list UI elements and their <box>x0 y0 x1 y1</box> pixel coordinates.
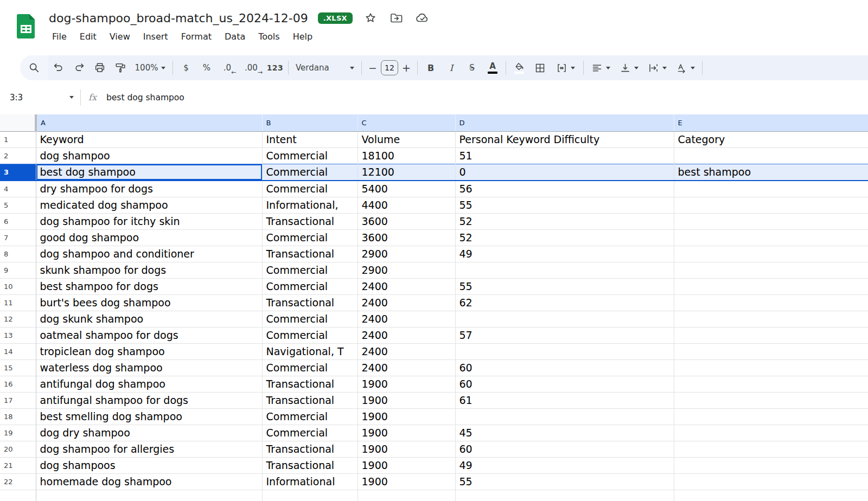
vertical-align-button[interactable] <box>615 58 643 78</box>
cell-E14[interactable] <box>674 344 868 360</box>
cloud-saved-icon[interactable] <box>414 10 431 26</box>
cell-D20[interactable]: 60 <box>455 441 674 458</box>
menu-edit[interactable]: Edit <box>73 30 103 43</box>
cell-B1[interactable]: Intent <box>262 132 358 148</box>
cell-E3[interactable]: best shampoo <box>674 164 868 181</box>
cell-E16[interactable] <box>674 376 868 393</box>
increase-decimal-button[interactable]: .00→ <box>241 58 261 78</box>
cell-D9[interactable] <box>455 262 674 279</box>
row-header-1[interactable]: 1 <box>0 132 36 148</box>
cell-A21[interactable]: dog shampoos <box>36 458 262 474</box>
cell-B19[interactable]: Commercial <box>262 425 358 441</box>
cell-E22[interactable] <box>674 474 868 490</box>
cell-A15[interactable]: waterless dog shampoo <box>36 360 262 376</box>
font-size-input[interactable]: 12 <box>381 60 398 75</box>
row-header-2[interactable]: 2 <box>0 148 36 164</box>
cell-D7[interactable]: 52 <box>455 230 674 246</box>
cell-C5[interactable]: 4400 <box>358 197 455 214</box>
menu-data[interactable]: Data <box>218 30 252 43</box>
row-header-12[interactable]: 12 <box>0 311 36 327</box>
cell-E6[interactable] <box>674 214 868 230</box>
cell-D11[interactable]: 62 <box>455 295 674 311</box>
cell-D3[interactable]: 0 <box>455 164 674 181</box>
cell-E15[interactable] <box>674 360 868 376</box>
cell-A7[interactable]: good dog shampoo <box>36 230 262 246</box>
cell-B10[interactable]: Commercial <box>262 279 358 295</box>
cell-C16[interactable]: 1900 <box>358 376 455 393</box>
column-header-C[interactable]: C <box>358 114 455 132</box>
cell-D15[interactable]: 60 <box>455 360 674 376</box>
menu-help[interactable]: Help <box>286 30 319 43</box>
cell-E12[interactable] <box>674 311 868 327</box>
cell-D8[interactable]: 49 <box>455 246 674 262</box>
row-header-13[interactable]: 13 <box>0 327 36 344</box>
cell-E11[interactable] <box>674 295 868 311</box>
cell-A22[interactable]: homemade dog shampoo <box>36 474 262 490</box>
cell-C20[interactable]: 1900 <box>358 441 455 458</box>
row-header-18[interactable]: 18 <box>0 409 36 425</box>
cell-E5[interactable] <box>674 197 868 214</box>
cell-C14[interactable]: 2400 <box>358 344 455 360</box>
menu-view[interactable]: View <box>103 30 137 43</box>
fill-color-button[interactable] <box>509 58 529 78</box>
cell-A8[interactable]: dog shampoo and conditioner <box>36 246 262 262</box>
row-header-7[interactable]: 7 <box>0 230 36 246</box>
document-title[interactable]: dog-shampoo_broad-match_us_2024-12-09 <box>49 11 308 25</box>
cell-C8[interactable]: 2900 <box>358 246 455 262</box>
cell-B11[interactable]: Transactional <box>262 295 358 311</box>
menu-format[interactable]: Format <box>175 30 218 43</box>
cell-A16[interactable]: antifungal dog shampoo <box>36 376 262 393</box>
row-header-4[interactable]: 4 <box>0 181 36 197</box>
cell-E1[interactable]: Category <box>674 132 868 148</box>
cell-E21[interactable] <box>674 458 868 474</box>
cell-C6[interactable]: 3600 <box>358 214 455 230</box>
borders-button[interactable] <box>529 58 550 78</box>
cell-B6[interactable]: Transactional <box>262 214 358 230</box>
merge-cells-button[interactable] <box>550 58 580 78</box>
decrease-font-size-button[interactable]: − <box>365 58 381 78</box>
cell-D14[interactable] <box>455 344 674 360</box>
bold-button[interactable]: B <box>420 58 441 78</box>
cell-A11[interactable]: burt's bees dog shampoo <box>36 295 262 311</box>
cell-C17[interactable]: 1900 <box>358 393 455 409</box>
cell-A14[interactable]: tropiclean dog shampoo <box>36 344 262 360</box>
cell-E18[interactable] <box>674 409 868 425</box>
cell-E19[interactable] <box>674 425 868 441</box>
format-currency-button[interactable]: $ <box>176 58 196 78</box>
cell-A17[interactable]: antifungal shampoo for dogs <box>36 393 262 409</box>
cell-A2[interactable]: dog shampoo <box>36 148 262 164</box>
more-formats-button[interactable]: 123 <box>265 58 285 78</box>
cell-D13[interactable]: 57 <box>455 327 674 344</box>
row-header-22[interactable]: 22 <box>0 474 36 490</box>
cell-C13[interactable]: 2400 <box>358 327 455 344</box>
cell-D5[interactable]: 55 <box>455 197 674 214</box>
cell-B16[interactable]: Transactional <box>262 376 358 393</box>
cell-A20[interactable]: dog shampoo for allergies <box>36 441 262 458</box>
text-wrap-button[interactable] <box>643 58 671 78</box>
row-header-10[interactable]: 10 <box>0 279 36 295</box>
cell-E9[interactable] <box>674 262 868 279</box>
text-color-button[interactable]: A <box>482 58 503 78</box>
cell-D2[interactable]: 51 <box>455 148 674 164</box>
menu-file[interactable]: File <box>46 30 73 43</box>
cell-E4[interactable] <box>674 181 868 197</box>
cell-D12[interactable] <box>455 311 674 327</box>
cell-C7[interactable]: 3600 <box>358 230 455 246</box>
menu-tools[interactable]: Tools <box>252 30 286 43</box>
cell-D10[interactable]: 55 <box>455 279 674 295</box>
cell-D6[interactable]: 52 <box>455 214 674 230</box>
cell-B5[interactable]: Informational, <box>262 197 358 214</box>
cell-C2[interactable]: 18100 <box>358 148 455 164</box>
row-header-15[interactable]: 15 <box>0 360 36 376</box>
sheets-logo-icon[interactable] <box>16 13 36 39</box>
select-all-corner[interactable] <box>0 114 36 132</box>
cell-D4[interactable]: 56 <box>455 181 674 197</box>
redo-button[interactable] <box>69 58 90 78</box>
cell-B2[interactable]: Commercial <box>262 148 358 164</box>
cell-A13[interactable]: oatmeal shampoo for dogs <box>36 327 262 344</box>
row-header-6[interactable]: 6 <box>0 214 36 230</box>
cell-B14[interactable]: Navigational, T <box>262 344 358 360</box>
cell-C9[interactable]: 2900 <box>358 262 455 279</box>
cell-A10[interactable]: best shampoo for dogs <box>36 279 262 295</box>
cell-E17[interactable] <box>674 393 868 409</box>
